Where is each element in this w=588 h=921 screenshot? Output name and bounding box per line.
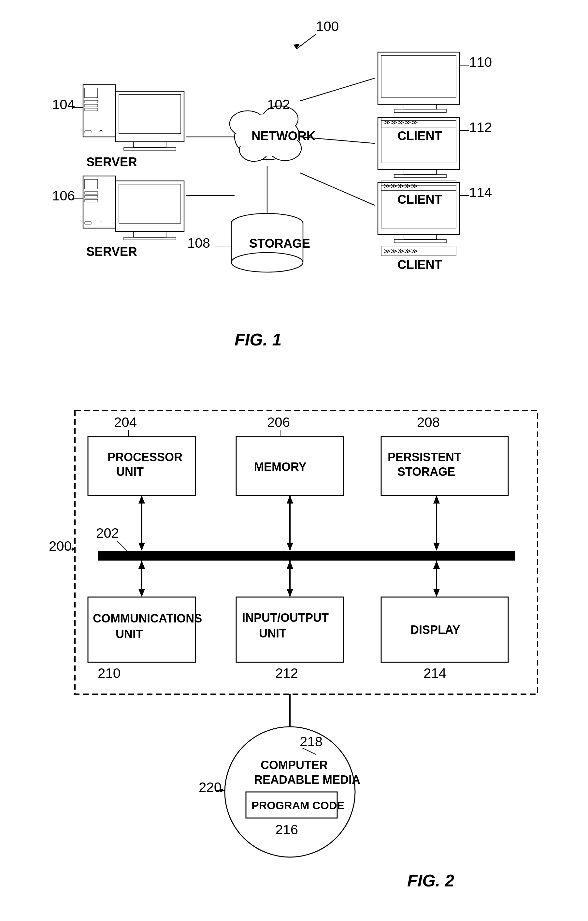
svg-text:220: 220 bbox=[199, 779, 221, 795]
svg-text:COMMUNICATIONS: COMMUNICATIONS bbox=[93, 612, 202, 625]
svg-text:DISPLAY: DISPLAY bbox=[411, 623, 460, 636]
svg-text:102: 102 bbox=[267, 97, 290, 112]
svg-rect-88 bbox=[98, 551, 515, 561]
svg-text:212: 212 bbox=[275, 666, 298, 681]
svg-marker-102 bbox=[287, 561, 293, 569]
ref-100: 100 bbox=[316, 19, 339, 34]
svg-text:CLIENT: CLIENT bbox=[398, 129, 442, 143]
svg-rect-10 bbox=[85, 100, 98, 103]
svg-text:PROGRAM CODE: PROGRAM CODE bbox=[252, 799, 344, 812]
svg-text:PROCESSOR: PROCESSOR bbox=[107, 451, 182, 464]
svg-rect-64 bbox=[394, 174, 446, 177]
svg-rect-54 bbox=[404, 104, 437, 109]
svg-text:FIG. 1: FIG. 1 bbox=[234, 330, 281, 349]
svg-rect-29 bbox=[115, 181, 184, 231]
svg-rect-26 bbox=[85, 199, 98, 202]
svg-text:104: 104 bbox=[52, 97, 75, 112]
svg-marker-106 bbox=[433, 589, 440, 597]
svg-marker-144 bbox=[220, 788, 225, 792]
svg-rect-12 bbox=[85, 108, 98, 111]
svg-rect-32 bbox=[124, 237, 176, 240]
svg-marker-97 bbox=[433, 543, 440, 551]
svg-marker-90 bbox=[138, 495, 145, 503]
svg-rect-17 bbox=[133, 142, 166, 148]
svg-line-4 bbox=[300, 78, 375, 101]
svg-text:CLIENT: CLIENT bbox=[398, 193, 442, 206]
svg-rect-70 bbox=[378, 182, 459, 235]
svg-text:210: 210 bbox=[98, 666, 120, 681]
svg-text:SERVER: SERVER bbox=[86, 155, 137, 169]
svg-rect-72 bbox=[404, 235, 437, 239]
svg-text:≫≫≫≫≫: ≫≫≫≫≫ bbox=[384, 119, 418, 126]
svg-rect-52 bbox=[378, 52, 459, 104]
svg-point-14 bbox=[100, 130, 102, 133]
svg-rect-15 bbox=[115, 91, 184, 142]
svg-rect-11 bbox=[85, 104, 98, 107]
svg-text:206: 206 bbox=[267, 415, 290, 430]
svg-text:108: 108 bbox=[187, 235, 210, 251]
svg-text:114: 114 bbox=[469, 185, 492, 200]
svg-point-28 bbox=[100, 221, 102, 224]
svg-text:COMPUTER: COMPUTER bbox=[261, 758, 328, 772]
svg-rect-73 bbox=[394, 239, 446, 243]
svg-rect-55 bbox=[394, 109, 446, 112]
svg-text:106: 106 bbox=[52, 188, 75, 203]
svg-marker-99 bbox=[138, 561, 145, 569]
svg-text:MEMORY: MEMORY bbox=[254, 460, 307, 474]
svg-rect-23 bbox=[85, 179, 98, 189]
page: 100 104 bbox=[0, 0, 588, 921]
svg-marker-1 bbox=[293, 44, 300, 49]
svg-rect-125 bbox=[236, 597, 344, 662]
svg-text:200: 200 bbox=[49, 539, 71, 554]
fig2-diagram: 200 202 bbox=[32, 391, 554, 900]
svg-rect-16 bbox=[119, 94, 181, 133]
svg-text:204: 204 bbox=[114, 415, 137, 430]
svg-text:READABLE MEDIA: READABLE MEDIA bbox=[254, 773, 360, 786]
svg-text:UNIT: UNIT bbox=[259, 627, 286, 640]
svg-text:214: 214 bbox=[424, 666, 446, 681]
svg-text:PERSISTENT: PERSISTENT bbox=[388, 451, 461, 464]
svg-text:110: 110 bbox=[469, 54, 492, 70]
svg-text:STORAGE: STORAGE bbox=[249, 237, 310, 250]
svg-rect-71 bbox=[381, 186, 456, 228]
svg-rect-25 bbox=[85, 195, 98, 198]
svg-text:CLIENT: CLIENT bbox=[398, 258, 442, 272]
svg-text:216: 216 bbox=[275, 822, 298, 837]
svg-marker-100 bbox=[138, 589, 145, 597]
svg-marker-91 bbox=[138, 543, 145, 551]
svg-text:UNIT: UNIT bbox=[115, 627, 143, 641]
svg-text:208: 208 bbox=[417, 415, 440, 430]
svg-line-6 bbox=[300, 173, 375, 205]
svg-marker-103 bbox=[287, 589, 293, 597]
svg-rect-9 bbox=[85, 88, 98, 98]
svg-rect-31 bbox=[133, 231, 166, 237]
svg-rect-53 bbox=[381, 55, 456, 98]
svg-point-48 bbox=[231, 252, 303, 272]
svg-marker-105 bbox=[433, 561, 440, 569]
svg-line-85 bbox=[117, 541, 127, 551]
svg-marker-96 bbox=[433, 495, 440, 503]
svg-rect-24 bbox=[85, 192, 98, 194]
svg-marker-93 bbox=[287, 495, 293, 503]
svg-rect-63 bbox=[404, 169, 437, 174]
svg-rect-18 bbox=[124, 148, 176, 150]
svg-marker-94 bbox=[287, 543, 293, 551]
svg-text:202: 202 bbox=[96, 526, 119, 541]
svg-text:≫≫≫≫≫: ≫≫≫≫≫ bbox=[384, 247, 418, 254]
svg-text:UNIT: UNIT bbox=[116, 465, 144, 478]
svg-line-0 bbox=[296, 34, 316, 49]
svg-text:INPUT/OUTPUT: INPUT/OUTPUT bbox=[242, 611, 329, 625]
svg-text:STORAGE: STORAGE bbox=[398, 465, 455, 478]
svg-text:SERVER: SERVER bbox=[86, 245, 137, 259]
svg-rect-30 bbox=[119, 184, 181, 223]
svg-text:FIG. 2: FIG. 2 bbox=[407, 871, 455, 890]
svg-text:112: 112 bbox=[469, 120, 492, 135]
svg-text:218: 218 bbox=[300, 734, 323, 749]
svg-rect-27 bbox=[85, 221, 91, 224]
svg-text:NETWORK: NETWORK bbox=[252, 129, 316, 143]
fig1-diagram: 100 104 bbox=[32, 13, 554, 371]
svg-rect-13 bbox=[85, 130, 91, 133]
